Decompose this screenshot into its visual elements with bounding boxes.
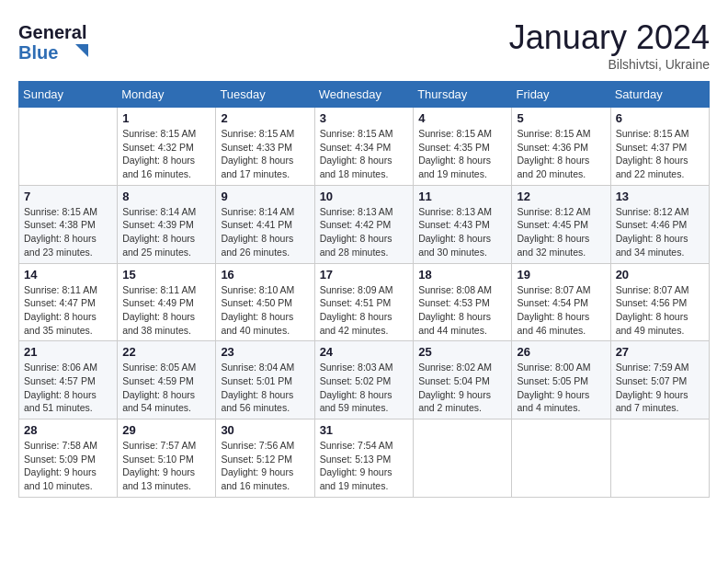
day-number: 6 bbox=[616, 111, 704, 125]
calendar-week-row: 28Sunrise: 7:58 AMSunset: 5:09 PMDayligh… bbox=[19, 419, 710, 498]
calendar-table: SundayMondayTuesdayWednesdayThursdayFrid… bbox=[18, 81, 710, 498]
day-number: 7 bbox=[24, 190, 112, 203]
day-number: 18 bbox=[418, 268, 506, 282]
calendar-day-cell: 26Sunrise: 8:00 AMSunset: 5:05 PMDayligh… bbox=[512, 341, 610, 419]
calendar-day-cell: 20Sunrise: 8:07 AMSunset: 4:56 PMDayligh… bbox=[610, 263, 709, 341]
day-info: Sunrise: 8:14 AMSunset: 4:41 PMDaylight:… bbox=[221, 205, 309, 259]
calendar-day-cell: 3Sunrise: 8:15 AMSunset: 4:34 PMDaylight… bbox=[314, 108, 414, 186]
day-info: Sunrise: 8:15 AMSunset: 4:34 PMDaylight:… bbox=[320, 127, 409, 181]
calendar-day-cell: 1Sunrise: 8:15 AMSunset: 4:32 PMDaylight… bbox=[118, 108, 216, 186]
day-info: Sunrise: 8:07 AMSunset: 4:56 PMDaylight:… bbox=[616, 283, 704, 338]
day-info: Sunrise: 8:02 AMSunset: 5:04 PMDaylight:… bbox=[418, 361, 506, 415]
day-info: Sunrise: 8:13 AMSunset: 4:42 PMDaylight:… bbox=[320, 205, 409, 259]
calendar-week-row: 14Sunrise: 8:11 AMSunset: 4:47 PMDayligh… bbox=[19, 263, 710, 341]
svg-text:Blue: Blue bbox=[18, 42, 58, 63]
day-number: 8 bbox=[122, 190, 210, 203]
calendar-day-cell: 14Sunrise: 8:11 AMSunset: 4:47 PMDayligh… bbox=[19, 263, 118, 341]
day-info: Sunrise: 8:12 AMSunset: 4:45 PMDaylight:… bbox=[517, 205, 605, 259]
day-number: 22 bbox=[122, 345, 210, 359]
day-info: Sunrise: 8:15 AMSunset: 4:36 PMDaylight:… bbox=[517, 127, 605, 181]
day-info: Sunrise: 8:13 AMSunset: 4:43 PMDaylight:… bbox=[418, 205, 506, 259]
svg-marker-2 bbox=[75, 44, 88, 57]
calendar-day-cell: 15Sunrise: 8:11 AMSunset: 4:49 PMDayligh… bbox=[118, 263, 216, 341]
day-number: 21 bbox=[24, 345, 112, 359]
day-number: 15 bbox=[122, 268, 210, 282]
weekday-header: Saturday bbox=[610, 82, 709, 108]
calendar-day-cell: 9Sunrise: 8:14 AMSunset: 4:41 PMDaylight… bbox=[216, 185, 314, 263]
day-number: 27 bbox=[616, 345, 704, 359]
calendar-day-cell bbox=[414, 419, 512, 498]
weekday-header: Wednesday bbox=[314, 82, 414, 108]
day-info: Sunrise: 8:00 AMSunset: 5:05 PMDaylight:… bbox=[517, 361, 605, 415]
calendar-day-cell: 4Sunrise: 8:15 AMSunset: 4:35 PMDaylight… bbox=[414, 108, 512, 186]
logo-icon: GeneralBlue bbox=[18, 18, 92, 64]
calendar-day-cell: 13Sunrise: 8:12 AMSunset: 4:46 PMDayligh… bbox=[610, 185, 709, 263]
day-number: 2 bbox=[221, 111, 309, 125]
calendar-day-cell: 2Sunrise: 8:15 AMSunset: 4:33 PMDaylight… bbox=[216, 108, 314, 186]
day-number: 9 bbox=[221, 190, 309, 203]
day-info: Sunrise: 8:14 AMSunset: 4:39 PMDaylight:… bbox=[122, 205, 210, 259]
calendar-day-cell: 11Sunrise: 8:13 AMSunset: 4:43 PMDayligh… bbox=[414, 185, 512, 263]
calendar-week-row: 21Sunrise: 8:06 AMSunset: 4:57 PMDayligh… bbox=[19, 341, 710, 419]
day-info: Sunrise: 8:15 AMSunset: 4:33 PMDaylight:… bbox=[221, 127, 309, 181]
calendar-week-row: 1Sunrise: 8:15 AMSunset: 4:32 PMDaylight… bbox=[19, 108, 710, 186]
day-info: Sunrise: 8:03 AMSunset: 5:02 PMDaylight:… bbox=[320, 361, 409, 415]
day-number: 28 bbox=[24, 423, 112, 437]
day-number: 29 bbox=[122, 423, 210, 437]
day-info: Sunrise: 8:05 AMSunset: 4:59 PMDaylight:… bbox=[122, 361, 210, 415]
day-info: Sunrise: 7:56 AMSunset: 5:12 PMDaylight:… bbox=[221, 439, 309, 493]
weekday-header: Monday bbox=[118, 82, 216, 108]
day-info: Sunrise: 7:57 AMSunset: 5:10 PMDaylight:… bbox=[122, 439, 210, 493]
day-info: Sunrise: 7:54 AMSunset: 5:13 PMDaylight:… bbox=[320, 439, 409, 493]
title-block: January 2024 Bilshivtsi, Ukraine bbox=[509, 18, 710, 72]
calendar-day-cell: 23Sunrise: 8:04 AMSunset: 5:01 PMDayligh… bbox=[216, 341, 314, 419]
calendar-day-cell bbox=[19, 108, 118, 186]
day-number: 31 bbox=[320, 423, 409, 437]
day-number: 3 bbox=[320, 111, 409, 125]
calendar-day-cell: 25Sunrise: 8:02 AMSunset: 5:04 PMDayligh… bbox=[414, 341, 512, 419]
day-number: 26 bbox=[517, 345, 605, 359]
day-number: 13 bbox=[616, 190, 704, 203]
calendar-day-cell: 19Sunrise: 8:07 AMSunset: 4:54 PMDayligh… bbox=[512, 263, 610, 341]
day-info: Sunrise: 8:06 AMSunset: 4:57 PMDaylight:… bbox=[24, 361, 112, 415]
day-number: 19 bbox=[517, 268, 605, 282]
calendar-day-cell bbox=[610, 419, 709, 498]
calendar-day-cell: 18Sunrise: 8:08 AMSunset: 4:53 PMDayligh… bbox=[414, 263, 512, 341]
weekday-header: Thursday bbox=[414, 82, 512, 108]
page-header: GeneralBlue January 2024 Bilshivtsi, Ukr… bbox=[18, 18, 710, 72]
day-info: Sunrise: 8:10 AMSunset: 4:50 PMDaylight:… bbox=[221, 283, 309, 338]
day-number: 1 bbox=[122, 111, 210, 125]
weekday-header: Tuesday bbox=[216, 82, 314, 108]
day-number: 12 bbox=[517, 190, 605, 203]
day-number: 16 bbox=[221, 268, 309, 282]
calendar-day-cell: 16Sunrise: 8:10 AMSunset: 4:50 PMDayligh… bbox=[216, 263, 314, 341]
day-number: 10 bbox=[320, 190, 409, 203]
calendar-day-cell: 30Sunrise: 7:56 AMSunset: 5:12 PMDayligh… bbox=[216, 419, 314, 498]
weekday-header: Sunday bbox=[19, 82, 118, 108]
calendar-day-cell: 7Sunrise: 8:15 AMSunset: 4:38 PMDaylight… bbox=[19, 185, 118, 263]
day-number: 24 bbox=[320, 345, 409, 359]
day-info: Sunrise: 8:09 AMSunset: 4:51 PMDaylight:… bbox=[320, 283, 409, 338]
calendar-day-cell: 31Sunrise: 7:54 AMSunset: 5:13 PMDayligh… bbox=[314, 419, 414, 498]
day-number: 11 bbox=[418, 190, 506, 203]
day-info: Sunrise: 8:12 AMSunset: 4:46 PMDaylight:… bbox=[616, 205, 704, 259]
day-info: Sunrise: 8:15 AMSunset: 4:32 PMDaylight:… bbox=[122, 127, 210, 181]
calendar-day-cell: 12Sunrise: 8:12 AMSunset: 4:45 PMDayligh… bbox=[512, 185, 610, 263]
calendar-day-cell bbox=[512, 419, 610, 498]
calendar-day-cell: 5Sunrise: 8:15 AMSunset: 4:36 PMDaylight… bbox=[512, 108, 610, 186]
day-number: 14 bbox=[24, 268, 112, 282]
day-number: 5 bbox=[517, 111, 605, 125]
day-number: 4 bbox=[418, 111, 506, 125]
calendar-day-cell: 24Sunrise: 8:03 AMSunset: 5:02 PMDayligh… bbox=[314, 341, 414, 419]
svg-text:General: General bbox=[18, 22, 86, 42]
day-number: 25 bbox=[418, 345, 506, 359]
calendar-day-cell: 29Sunrise: 7:57 AMSunset: 5:10 PMDayligh… bbox=[118, 419, 216, 498]
day-info: Sunrise: 8:15 AMSunset: 4:35 PMDaylight:… bbox=[418, 127, 506, 181]
calendar-day-cell: 17Sunrise: 8:09 AMSunset: 4:51 PMDayligh… bbox=[314, 263, 414, 341]
day-info: Sunrise: 8:11 AMSunset: 4:47 PMDaylight:… bbox=[24, 283, 112, 338]
weekday-header: Friday bbox=[512, 82, 610, 108]
calendar-day-cell: 21Sunrise: 8:06 AMSunset: 4:57 PMDayligh… bbox=[19, 341, 118, 419]
day-number: 20 bbox=[616, 268, 704, 282]
calendar-day-cell: 10Sunrise: 8:13 AMSunset: 4:42 PMDayligh… bbox=[314, 185, 414, 263]
day-info: Sunrise: 8:08 AMSunset: 4:53 PMDaylight:… bbox=[418, 283, 506, 338]
